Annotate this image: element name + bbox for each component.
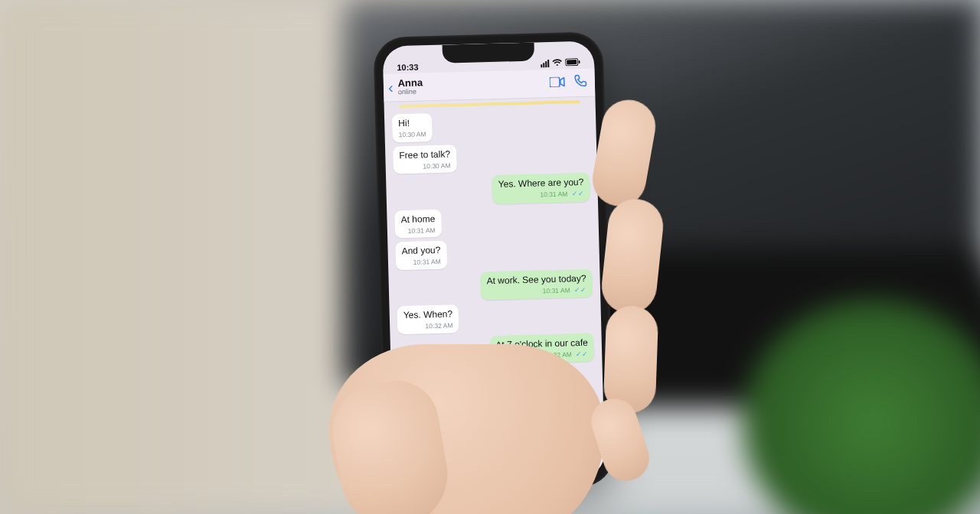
message-text: At home — [400, 213, 435, 225]
message-incoming[interactable]: Yes. When?10:32 AM — [397, 304, 459, 334]
phone-notch — [443, 43, 535, 63]
svg-rect-3 — [550, 77, 560, 87]
signal-icon — [541, 60, 549, 67]
read-ticks-icon: ✓✓ — [574, 286, 586, 294]
read-ticks-icon: ✓✓ — [576, 350, 588, 358]
message-time: 10:31 AM — [402, 258, 441, 267]
video-call-icon[interactable] — [550, 76, 566, 92]
message-time: 10:31 AM ✓✓ — [487, 286, 586, 298]
message-text: Yes. Where are you? — [498, 177, 584, 190]
svg-rect-2 — [579, 60, 580, 63]
message-time: 10:31 AM — [401, 226, 436, 236]
message-incoming[interactable]: Free to talk?10:30 AM — [393, 145, 457, 174]
message-text: Hi! — [398, 118, 410, 128]
battery-icon — [565, 58, 580, 68]
message-outgoing[interactable]: At work. See you today?10:31 AM ✓✓ — [480, 269, 593, 301]
message-incoming[interactable]: And you?10:31 AM — [395, 241, 447, 270]
wifi-icon — [552, 59, 562, 68]
back-button[interactable]: ‹ — [388, 80, 394, 95]
message-time: 10:30 AM — [398, 130, 426, 139]
message-time: 10:31 AM ✓✓ — [498, 190, 584, 200]
read-ticks-icon: ✓✓ — [572, 190, 584, 197]
hand-finger — [603, 305, 659, 414]
message-text: Free to talk? — [399, 148, 450, 161]
chat-header: ‹ Anna online — [384, 68, 596, 102]
message-text: And you? — [401, 245, 440, 256]
svg-rect-1 — [567, 60, 577, 64]
voice-call-icon[interactable] — [574, 74, 588, 91]
message-outgoing[interactable]: Yes. Where are you?10:31 AM ✓✓ — [492, 173, 590, 204]
message-time: 10:32 AM — [403, 322, 453, 331]
message-time: 10:30 AM — [400, 161, 451, 171]
message-incoming[interactable]: At home10:31 AM — [394, 209, 442, 238]
message-text: At work. See you today? — [486, 273, 586, 286]
contact-info[interactable]: Anna online — [397, 74, 541, 96]
message-text: Yes. When? — [403, 309, 453, 321]
message-incoming[interactable]: Hi!10:30 AM — [392, 113, 433, 142]
status-time: 10:33 — [397, 62, 418, 72]
